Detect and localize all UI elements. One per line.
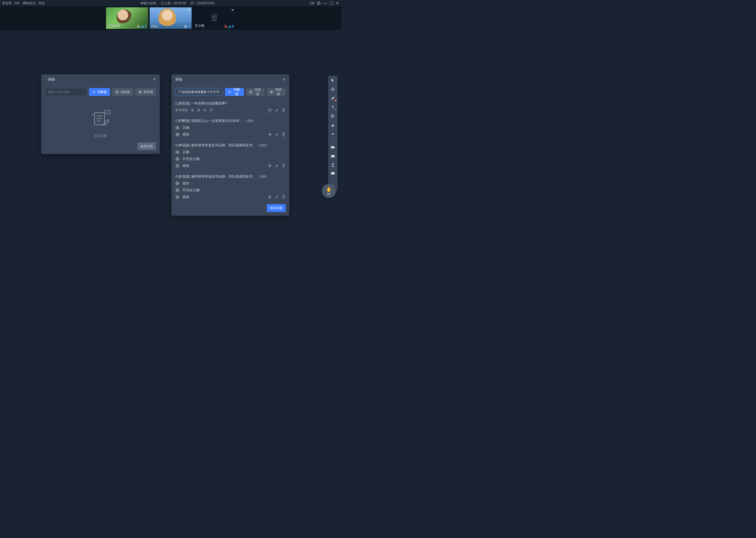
- back-icon[interactable]: ‹: [45, 77, 46, 82]
- panel-close-icon[interactable]: ✕: [153, 77, 156, 82]
- option-row[interactable]: A是的: [175, 181, 286, 186]
- topbar-center: 神秘大自然 已上课：02:34:09 ID：2020070324: [45, 1, 310, 6]
- video-tile-student[interactable]: ✕ Nina: [150, 7, 192, 29]
- cursor-tool-icon[interactable]: [330, 78, 336, 83]
- minimize-icon[interactable]: —: [323, 1, 327, 6]
- option-row[interactable]: B错误: [175, 132, 286, 137]
- scissors-tool-icon[interactable]: [330, 114, 336, 119]
- participant-name: 叮当老师: [108, 24, 120, 28]
- camera-toggle-icon[interactable]: [310, 2, 314, 5]
- user-icon[interactable]: [330, 162, 336, 167]
- svg-point-28: [109, 112, 109, 112]
- network-status: 网络状态：良好: [23, 1, 45, 6]
- folder-icon[interactable]: [330, 144, 336, 149]
- delete-icon[interactable]: [281, 108, 286, 112]
- move-tool-icon[interactable]: [330, 87, 336, 92]
- tab-short-button[interactable]: 简答题: [135, 88, 156, 96]
- hand-icon: ✋: [326, 187, 332, 192]
- svg-point-1: [318, 3, 319, 4]
- tile-close-icon[interactable]: ✕: [188, 8, 190, 12]
- text-tool-icon[interactable]: T: [330, 105, 336, 110]
- mic-icon: [188, 25, 191, 28]
- tile-close-icon[interactable]: ✕: [231, 8, 234, 12]
- option-key: B: [175, 188, 180, 192]
- svg-rect-8: [189, 25, 190, 27]
- save-paper-button[interactable]: 保存试卷: [137, 142, 156, 150]
- quiz-panel-filled: 测验 ✕ 产品说试卷名称最多十六个字 判断题 选择题 简答题 1 [简答题] 一…: [171, 74, 289, 216]
- panel-close-icon[interactable]: ✕: [282, 77, 286, 82]
- camera-off-icon: [209, 12, 220, 24]
- option-label: 错误: [182, 195, 189, 199]
- option-key: A: [175, 150, 180, 154]
- option-label: 不完全正确: [182, 188, 200, 192]
- eraser-tool-icon[interactable]: [330, 123, 336, 128]
- panel-body: 暂无试题: [41, 98, 160, 140]
- option-row[interactable]: A正确: [175, 150, 286, 154]
- option-label: 是的: [182, 181, 189, 186]
- class-title: 神秘大自然: [140, 1, 156, 6]
- move-icon[interactable]: [268, 164, 272, 168]
- paper-name-display[interactable]: 产品说试卷名称最多十六个字: [175, 88, 223, 96]
- option-row[interactable]: A正确: [175, 125, 286, 130]
- edit-icon[interactable]: [275, 133, 279, 136]
- video-tile-student[interactable]: ✕ 王小明: [193, 7, 235, 29]
- svg-point-27: [107, 112, 108, 112]
- option-label: 正确: [182, 125, 189, 130]
- participant-name: 王小明: [195, 24, 204, 28]
- pen-tool-icon[interactable]: [330, 96, 336, 101]
- tab-choice-button[interactable]: 选择题: [246, 88, 265, 96]
- tab-judge-button[interactable]: 判断题: [89, 88, 110, 96]
- edit-icon[interactable]: [275, 108, 279, 112]
- question-title: 2 [判断题] 我国宪法上一次更新是在2020年。 （2分）: [175, 119, 286, 123]
- svg-rect-30: [270, 91, 272, 93]
- side-toolbar: T: [328, 76, 338, 191]
- option-row[interactable]: C错误: [175, 195, 286, 199]
- svg-point-11: [213, 16, 215, 18]
- option-row[interactable]: B不完全正确: [175, 188, 286, 192]
- close-icon[interactable]: ✕: [336, 1, 339, 6]
- panel-toolbar: 产品说试卷名称最多十六个字 判断题 选择题 简答题: [171, 85, 289, 98]
- empty-text: 暂无试题: [45, 134, 156, 138]
- svg-rect-38: [331, 172, 335, 175]
- edit-icon[interactable]: [275, 164, 279, 168]
- question-title: 1 [简答题] 一年四季分别是哪四季?: [175, 101, 286, 106]
- panel-header: 测验 ✕: [171, 74, 289, 85]
- delete-icon[interactable]: [281, 195, 286, 199]
- signal-icon: [141, 25, 144, 28]
- participant-name: Nina: [151, 25, 158, 28]
- option-row[interactable]: B不完全正确: [175, 157, 286, 161]
- choice-icon: [115, 90, 119, 94]
- question-item: 1 [简答题] 一年四季分别是哪四季?参考答案：春、夏、秋、冬: [175, 98, 286, 116]
- panel-title: 测验: [175, 77, 182, 82]
- save-paper-button[interactable]: 保存试卷: [267, 204, 286, 212]
- svg-point-35: [332, 133, 334, 135]
- raise-hand-button[interactable]: ✋ 0/2: [322, 184, 336, 198]
- question-list[interactable]: 1 [简答题] 一年四季分别是哪四季?参考答案：春、夏、秋、冬2 [判断题] 我…: [171, 98, 289, 201]
- fullscreen-icon[interactable]: [330, 2, 333, 5]
- elapsed-time: 已上课：02:34:09: [161, 1, 186, 6]
- paper-name-input[interactable]: [45, 88, 87, 96]
- move-icon[interactable]: [268, 195, 272, 199]
- delete-icon[interactable]: [281, 164, 286, 168]
- tab-short-button[interactable]: 简答题: [267, 88, 286, 96]
- svg-point-33: [331, 115, 332, 116]
- tab-choice-button[interactable]: 选择题: [112, 88, 133, 96]
- svg-point-3: [138, 26, 139, 27]
- hand-count: 0/2: [327, 192, 331, 195]
- move-icon[interactable]: [268, 108, 272, 112]
- settings-icon[interactable]: [317, 1, 320, 5]
- question-item: 4 [多选题] 施华洛世奇是反华品牌，所以梁鼎琪反华。 （2分）A是的B不完全正…: [175, 172, 286, 201]
- toolbox-icon[interactable]: [330, 153, 336, 158]
- move-icon[interactable]: [268, 133, 272, 136]
- edit-icon[interactable]: [275, 195, 279, 199]
- delete-icon[interactable]: [281, 133, 286, 136]
- option-row[interactable]: C错误: [175, 163, 286, 168]
- laser-tool-icon[interactable]: [330, 131, 336, 136]
- answer-row: 参考答案：春、夏、秋、冬: [175, 108, 286, 112]
- option-label: 不完全正确: [182, 157, 200, 161]
- video-tile-teacher[interactable]: 叮当老师: [106, 7, 148, 29]
- judge-icon: [92, 90, 96, 94]
- tab-judge-button[interactable]: 判断题: [225, 88, 244, 96]
- chat-icon[interactable]: [330, 171, 336, 176]
- empty-illustration-icon: [89, 106, 112, 130]
